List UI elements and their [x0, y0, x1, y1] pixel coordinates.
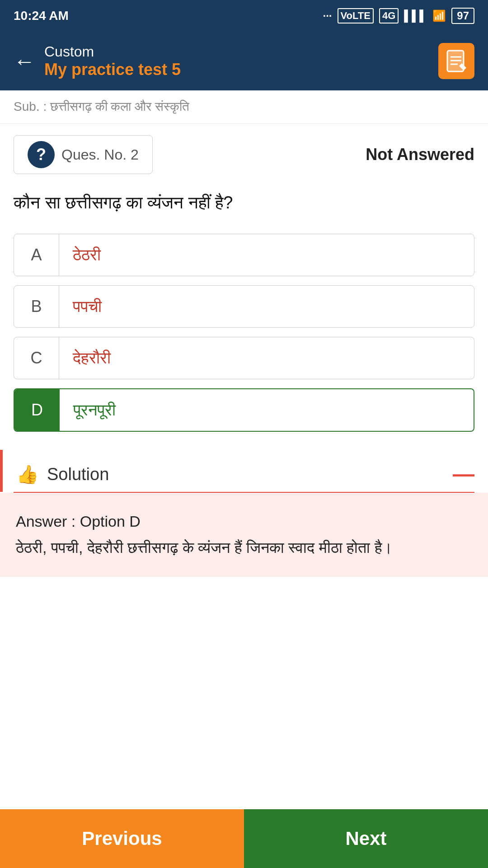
- previous-button[interactable]: Previous: [0, 809, 244, 868]
- subject-line: Sub. : छत्तीसगढ़ की कला और संस्कृति: [0, 90, 488, 124]
- question-header: ? Ques. No. 2 Not Answered: [0, 124, 488, 185]
- network-icon: ···: [323, 9, 332, 22]
- signal-icon: ▌▌▌: [404, 9, 427, 22]
- option-b-text: पपची: [59, 286, 115, 327]
- header-titles: Custom My practice test 5: [44, 43, 181, 79]
- document-icon[interactable]: [438, 43, 474, 79]
- status-bar: 10:24 AM ··· VoLTE 4G ▌▌▌ 📶 97: [0, 0, 488, 32]
- volte-icon: VoLTE: [338, 8, 374, 24]
- question-text: कौन सा छत्तीसगढ़ का व्यंजन नहीं है?: [0, 185, 488, 234]
- status-icons: ··· VoLTE 4G ▌▌▌ 📶 97: [323, 8, 475, 24]
- solution-label: Solution: [47, 465, 109, 484]
- question-number: Ques. No. 2: [61, 146, 139, 163]
- option-b-label: B: [14, 286, 59, 327]
- back-button[interactable]: ←: [14, 49, 35, 74]
- header-custom-label: Custom: [44, 43, 181, 60]
- bottom-nav: Previous Next: [0, 809, 488, 868]
- solution-text: Answer : Option D ठेठरी, पपची, देहरौरी छ…: [16, 513, 393, 556]
- question-icon: ?: [28, 141, 55, 168]
- option-d-text: पूरनपूरी: [60, 389, 129, 431]
- option-a[interactable]: A ठेठरी: [14, 234, 474, 276]
- option-c-label: C: [14, 337, 59, 379]
- option-a-label: A: [14, 234, 59, 276]
- solution-left: 👍 Solution: [16, 464, 109, 485]
- next-button[interactable]: Next: [244, 809, 488, 868]
- status-time: 10:24 AM: [14, 9, 69, 23]
- collapse-icon[interactable]: —: [453, 463, 474, 485]
- option-a-text: ठेठरी: [59, 234, 114, 276]
- solution-header: 👍 Solution —: [0, 450, 488, 492]
- options-container: A ठेठरी B पपची C देहरौरी D पूरनपूरी: [0, 234, 488, 432]
- answer-status: Not Answered: [366, 145, 474, 164]
- thumbsup-icon: 👍: [16, 464, 39, 485]
- option-c[interactable]: C देहरौरी: [14, 337, 474, 379]
- header-left: ← Custom My practice test 5: [14, 43, 181, 79]
- 4g-icon: 4G: [379, 8, 399, 24]
- subject-text: Sub. : छत्तीसगढ़ की कला और संस्कृति: [14, 99, 189, 113]
- battery-icon: 97: [451, 8, 474, 24]
- option-b[interactable]: B पपची: [14, 285, 474, 328]
- solution-body: Answer : Option D ठेठरी, पपची, देहरौरी छ…: [0, 493, 488, 577]
- option-c-text: देहरौरी: [59, 337, 124, 379]
- option-d[interactable]: D पूरनपूरी: [14, 388, 474, 432]
- wifi-icon: 📶: [432, 9, 446, 22]
- header: ← Custom My practice test 5: [0, 32, 488, 90]
- option-d-label: D: [14, 389, 60, 431]
- question-number-box: ? Ques. No. 2: [14, 135, 153, 174]
- header-test-name: My practice test 5: [44, 60, 181, 79]
